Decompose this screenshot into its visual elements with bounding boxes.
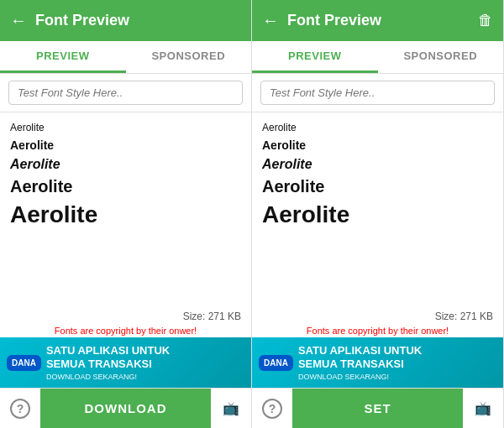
trash-icon-right[interactable]: 🗑 (478, 12, 493, 29)
search-input-left[interactable] (8, 81, 243, 105)
copyright-right: Fonts are copyright by their onwer! (252, 324, 503, 337)
header-title-right: Font Preview (287, 12, 478, 29)
ad-headline-right: SATU APLIKASI UNTUKSEMUA TRANSAKSI (298, 344, 422, 370)
panel-right: ← Font Preview 🗑 PREVIEW SPONSORED Aerol… (252, 0, 504, 428)
font-list-left: Aerolite Aerolite Aerolite Aerolite Aero… (0, 112, 251, 307)
copyright-left: Fonts are copyright by their onwer! (0, 324, 251, 337)
font-item-1-right: Aerolite (262, 119, 493, 136)
font-list-right: Aerolite Aerolite Aerolite Aerolite Aero… (252, 112, 503, 307)
tab-preview-left[interactable]: PREVIEW (0, 41, 126, 73)
font-item-3-right: Aerolite (262, 154, 493, 175)
ad-logo-right: DANA (259, 355, 293, 371)
help-icon-right: ? (262, 399, 282, 419)
bottom-bar-right: ? SET 📺 (252, 388, 503, 428)
font-item-4-right: Aerolite (262, 175, 493, 199)
help-button-right[interactable]: ? (252, 389, 292, 429)
font-item-5-left: Aerolite (10, 199, 241, 231)
font-item-1-left: Aerolite (10, 119, 241, 136)
tab-sponsored-left[interactable]: SPONSORED (126, 41, 252, 73)
download-button[interactable]: DOWNLOAD (40, 389, 211, 429)
ad-sub-left: DOWNLOAD SEKARANG! (46, 373, 170, 381)
tabs-right: PREVIEW SPONSORED (252, 41, 503, 74)
ad-banner-left[interactable]: DANA SATU APLIKASI UNTUKSEMUA TRANSAKSI … (0, 337, 251, 388)
ad-sub-right: DOWNLOAD SEKARANG! (298, 373, 422, 381)
back-arrow-icon-right[interactable]: ← (262, 11, 279, 30)
tv-button-left[interactable]: 📺 (211, 389, 251, 429)
ad-logo-left: DANA (7, 355, 41, 371)
header-right: ← Font Preview 🗑 (252, 0, 503, 41)
tv-button-right[interactable]: 📺 (463, 389, 503, 429)
tv-icon-right: 📺 (475, 400, 491, 416)
ad-content-left: SATU APLIKASI UNTUKSEMUA TRANSAKSI DOWNL… (46, 344, 170, 380)
size-label-left: Size: 271 KB (0, 307, 251, 324)
back-arrow-icon[interactable]: ← (10, 11, 27, 30)
font-item-2-right: Aerolite (262, 136, 493, 154)
tv-icon-left: 📺 (223, 400, 239, 416)
set-button[interactable]: SET (292, 389, 463, 429)
help-button-left[interactable]: ? (0, 389, 40, 429)
font-item-4-left: Aerolite (10, 175, 241, 199)
tab-sponsored-right[interactable]: SPONSORED (378, 41, 504, 73)
ad-banner-right[interactable]: DANA SATU APLIKASI UNTUKSEMUA TRANSAKSI … (252, 337, 503, 388)
font-item-5-right: Aerolite (262, 199, 493, 231)
search-bar-right (252, 74, 503, 112)
font-item-2-left: Aerolite (10, 136, 241, 154)
font-item-3-left: Aerolite (10, 154, 241, 175)
panel-left: ← Font Preview PREVIEW SPONSORED Aerolit… (0, 0, 252, 428)
search-input-right[interactable] (260, 81, 495, 105)
tabs-left: PREVIEW SPONSORED (0, 41, 251, 74)
bottom-bar-left: ? DOWNLOAD 📺 (0, 388, 251, 428)
header-left: ← Font Preview (0, 0, 251, 41)
tab-preview-right[interactable]: PREVIEW (252, 41, 378, 73)
ad-headline-left: SATU APLIKASI UNTUKSEMUA TRANSAKSI (46, 344, 170, 370)
search-bar-left (0, 74, 251, 112)
header-title-left: Font Preview (35, 12, 241, 29)
ad-content-right: SATU APLIKASI UNTUKSEMUA TRANSAKSI DOWNL… (298, 344, 422, 380)
size-label-right: Size: 271 KB (252, 307, 503, 324)
help-icon-left: ? (10, 399, 30, 419)
